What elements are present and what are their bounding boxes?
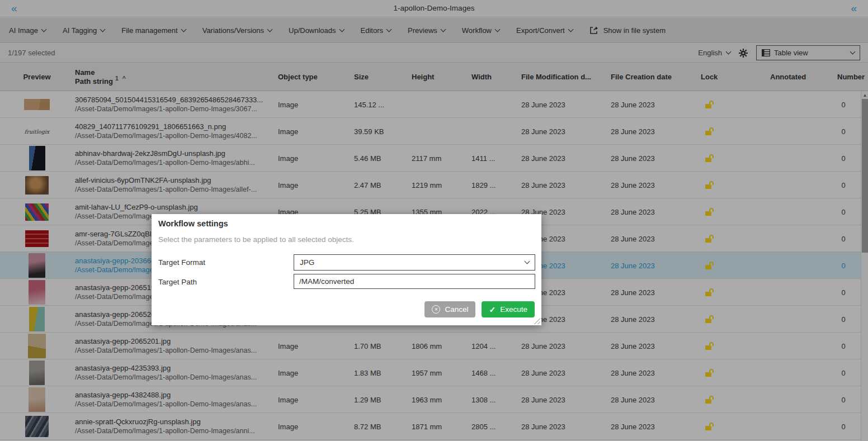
execute-button[interactable]: ✓ Execute bbox=[482, 301, 535, 317]
dialog-resize-handle[interactable] bbox=[533, 317, 540, 324]
checkmark-icon: ✓ bbox=[489, 305, 496, 314]
dialog-title: Workflow settings bbox=[158, 219, 228, 228]
app-window: « 1-apollon-Demo-Images « AI ImageAI Tag… bbox=[0, 0, 868, 441]
target-format-select[interactable]: JPG bbox=[294, 254, 535, 271]
target-path-label: Target Path bbox=[158, 278, 197, 286]
cancel-button[interactable]: × Cancel bbox=[424, 301, 475, 317]
dialog-subtitle: Select the parameters to be applied to a… bbox=[158, 235, 354, 244]
target-format-label: Target Format bbox=[158, 258, 205, 267]
target-path-input[interactable] bbox=[294, 274, 535, 289]
target-format-value: JPG bbox=[300, 258, 525, 267]
cancel-x-icon: × bbox=[432, 305, 440, 314]
workflow-settings-dialog: Workflow settings Select the parameters … bbox=[152, 214, 541, 325]
chevron-down-icon bbox=[525, 259, 530, 264]
